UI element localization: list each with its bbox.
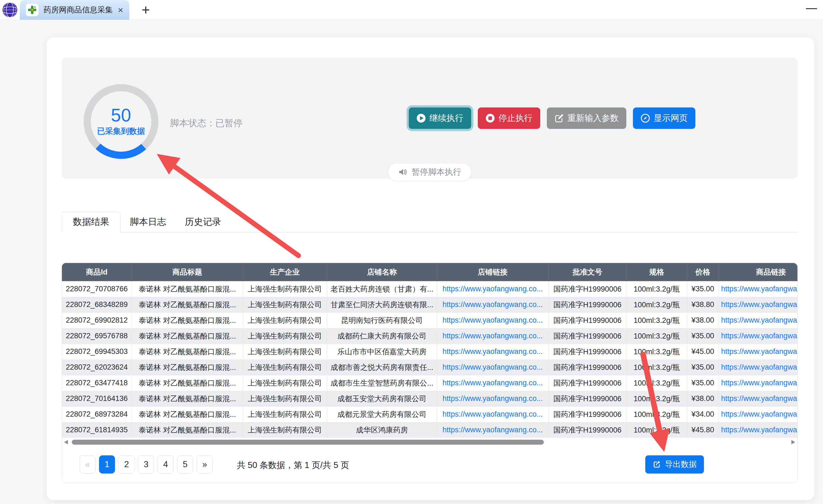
page-button-4[interactable]: 4 xyxy=(158,455,174,474)
main-panel: 50 已采集到数据 脚本状态：已暂停 继续执行 停止执行 xyxy=(47,37,814,500)
pause-script-button[interactable]: 暂停脚本执行 xyxy=(388,163,472,181)
horizontal-scrollbar[interactable] xyxy=(62,438,797,446)
cell-product-link[interactable]: https://www.yaofangwan xyxy=(719,297,798,312)
column-header-manufacturer: 生产企业 xyxy=(243,263,327,281)
resume-script-button[interactable]: 继续执行 xyxy=(409,107,471,129)
cell-manufacturer: 上海强生制药有限公司 xyxy=(243,407,327,422)
cell-product-link[interactable]: https://www.yaofangwan xyxy=(719,359,798,375)
cell-store-link[interactable]: https://www.yaofangwang.co... xyxy=(437,328,548,344)
script-action-buttons: 继续执行 停止执行 重新输入参数 xyxy=(409,107,695,129)
table-row: 228072_68973284泰诺林 对乙酰氨基酚口服混...上海强生制药有限公… xyxy=(62,407,798,422)
cell-product-link[interactable]: https://www.yaofangwan xyxy=(719,312,798,328)
cell-store-link[interactable]: https://www.yaofangwang.co... xyxy=(437,312,548,328)
cell-approval-number: 国药准字H19990006 xyxy=(548,375,627,391)
page-button-3[interactable]: 3 xyxy=(138,455,154,474)
cell-product-title: 泰诺林 对乙酰氨基酚口服混... xyxy=(132,375,243,391)
cell-product-id: 228072_70708766 xyxy=(62,281,132,297)
cell-manufacturer: 上海强生制药有限公司 xyxy=(243,391,327,407)
scrollbar-thumb[interactable] xyxy=(72,440,544,445)
cell-product-link[interactable]: https://www.yaofangwan xyxy=(719,375,798,391)
results-tab-bar: 数据结果 脚本日志 历史记录 xyxy=(61,212,798,233)
tab-data-results[interactable]: 数据结果 xyxy=(61,212,121,233)
cell-product-title: 泰诺林 对乙酰氨基酚口服混... xyxy=(132,391,243,407)
export-icon xyxy=(652,460,661,469)
pagination-summary: 共 50 条数据，第 1 页/共 5 页 xyxy=(237,460,349,471)
cell-product-id: 228072_69576788 xyxy=(62,328,132,344)
cell-approval-number: 国药准字H19990006 xyxy=(548,422,627,438)
cell-product-id: 228072_69902812 xyxy=(62,312,132,328)
cell-price: ¥38.80 xyxy=(687,297,719,312)
cell-store-link[interactable]: https://www.yaofangwang.co... xyxy=(437,297,548,312)
pharmacy-cross-favicon-icon xyxy=(26,4,38,16)
page-button-5[interactable]: 5 xyxy=(177,455,193,474)
cell-price: ¥35.00 xyxy=(687,375,719,391)
cell-product-link[interactable]: https://www.yaofangwan xyxy=(719,422,798,438)
page-button-2[interactable]: 2 xyxy=(119,455,135,474)
tab-script-log[interactable]: 脚本日志 xyxy=(121,212,175,232)
cell-product-link[interactable]: https://www.yaofangwan xyxy=(719,281,798,297)
cell-spec: 100ml:3.2g/瓶 xyxy=(627,375,687,391)
cell-store-link[interactable]: https://www.yaofangwang.co... xyxy=(437,281,548,297)
page-button-»[interactable]: » xyxy=(197,455,213,474)
column-header-spec: 规格 xyxy=(627,263,687,281)
table-row: 228072_69902812泰诺林 对乙酰氨基酚口服混...上海强生制药有限公… xyxy=(62,312,798,328)
cell-approval-number: 国药准字H19990006 xyxy=(548,297,627,312)
table-row: 228072_68348289泰诺林 对乙酰氨基酚口服混...上海强生制药有限公… xyxy=(62,297,798,312)
cell-store-link[interactable]: https://www.yaofangwang.co... xyxy=(437,359,548,375)
export-data-button[interactable]: 导出数据 xyxy=(645,455,704,474)
scroll-left-icon[interactable] xyxy=(64,440,68,444)
reinput-params-button[interactable]: 重新输入参数 xyxy=(547,107,626,129)
cell-product-link[interactable]: https://www.yaofangwan xyxy=(719,344,798,359)
show-webpage-button[interactable]: 显示网页 xyxy=(633,107,695,129)
cell-store-link[interactable]: https://www.yaofangwang.co... xyxy=(437,422,548,438)
cell-product-title: 泰诺林 对乙酰氨基酚口服混... xyxy=(132,407,243,422)
cell-spec: 100ml:3.2g/瓶 xyxy=(627,344,687,359)
browser-tab[interactable]: 药房网商品信息采集 × xyxy=(20,0,129,20)
cell-manufacturer: 上海强生制药有限公司 xyxy=(243,344,327,359)
collected-count: 50 xyxy=(111,106,131,124)
stop-script-button[interactable]: 停止执行 xyxy=(478,107,540,129)
column-header-store-link: 店铺链接 xyxy=(437,263,548,281)
table-row: 228072_69945303泰诺林 对乙酰氨基酚口服混...上海强生制药有限公… xyxy=(62,344,798,359)
cell-manufacturer: 上海强生制药有限公司 xyxy=(243,312,327,328)
cell-store-name: 成都药仁康大药房有限公司 xyxy=(327,328,437,344)
collected-progress-ring: 50 已采集到数据 xyxy=(84,84,158,159)
cell-store-link[interactable]: https://www.yaofangwang.co... xyxy=(437,391,548,407)
cell-store-link[interactable]: https://www.yaofangwang.co... xyxy=(437,344,548,359)
cell-approval-number: 国药准字H19990006 xyxy=(548,407,627,422)
table-footer: «12345» 共 50 条数据，第 1 页/共 5 页 导出数据 xyxy=(62,455,798,475)
edit-pencil-icon xyxy=(554,113,564,123)
cell-store-link[interactable]: https://www.yaofangwang.co... xyxy=(437,407,548,422)
scroll-right-icon[interactable] xyxy=(791,440,795,444)
cell-price: ¥35.00 xyxy=(687,281,719,297)
stop-circle-icon xyxy=(486,113,495,123)
column-header-product-id: 商品Id xyxy=(62,263,132,281)
cell-product-link[interactable]: https://www.yaofangwan xyxy=(719,407,798,422)
cell-price: ¥34.00 xyxy=(687,407,719,422)
cell-price: ¥45.80 xyxy=(687,422,719,438)
cell-product-id: 228072_63477418 xyxy=(62,375,132,391)
globe-logo-icon xyxy=(2,2,18,18)
tab-close-icon[interactable]: × xyxy=(118,5,123,15)
cell-store-name: 成都玉安堂大药房有限公司 xyxy=(327,391,437,407)
cell-product-title: 泰诺林 对乙酰氨基酚口服混... xyxy=(132,281,243,297)
cell-store-name: 成都市生生堂智慧药房有限公... xyxy=(327,375,437,391)
cell-store-link[interactable]: https://www.yaofangwang.co... xyxy=(437,375,548,391)
cell-product-link[interactable]: https://www.yaofangwan xyxy=(719,391,798,407)
tab-history[interactable]: 历史记录 xyxy=(175,212,230,232)
cell-spec: 100ml:3.2g/瓶 xyxy=(627,312,687,328)
cell-approval-number: 国药准字H19990006 xyxy=(548,281,627,297)
new-tab-button[interactable]: + xyxy=(138,2,154,18)
cell-approval-number: 国药准字H19990006 xyxy=(548,359,627,375)
cell-product-link[interactable]: https://www.yaofangwan xyxy=(719,328,798,344)
collected-count-label: 已采集到数据 xyxy=(97,126,145,137)
cell-product-title: 泰诺林 对乙酰氨基酚口服混... xyxy=(132,312,243,328)
cell-approval-number: 国药准字H19990006 xyxy=(548,344,627,359)
cell-product-id: 228072_69945303 xyxy=(62,344,132,359)
minimize-window-icon[interactable]: — xyxy=(806,7,814,12)
page-button-1[interactable]: 1 xyxy=(99,455,115,474)
cell-spec: 100ml:3.2g/瓶 xyxy=(627,407,687,422)
cell-store-name: 甘肃至仁同济大药房连锁有限... xyxy=(327,297,437,312)
compass-display-icon xyxy=(641,113,650,123)
column-header-product-link: 商品链接 xyxy=(719,263,798,281)
